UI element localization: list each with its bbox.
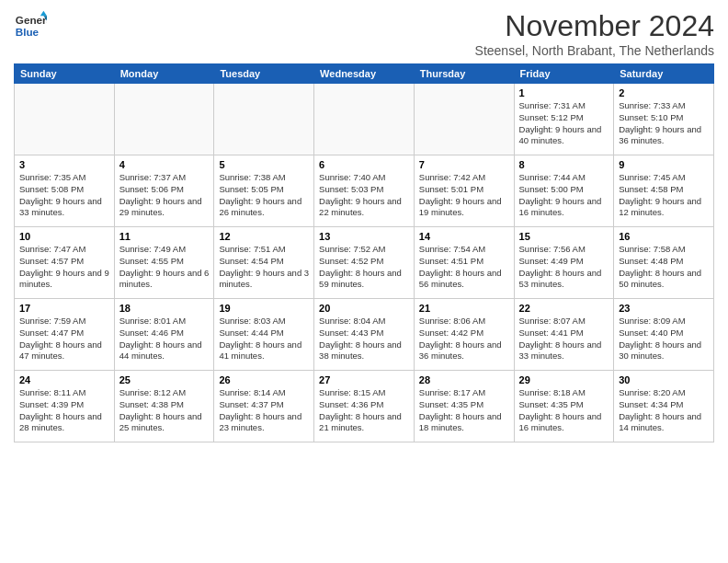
logo: General Blue bbox=[14, 9, 47, 42]
calendar-cell: 26Sunrise: 8:14 AM Sunset: 4:37 PM Dayli… bbox=[214, 371, 314, 442]
day-number: 19 bbox=[219, 303, 309, 314]
day-number: 18 bbox=[119, 303, 210, 314]
calendar-cell: 13Sunrise: 7:52 AM Sunset: 4:52 PM Dayli… bbox=[314, 227, 415, 299]
day-info: Sunrise: 8:18 AM Sunset: 4:35 PM Dayligh… bbox=[519, 387, 609, 434]
logo-icon: General Blue bbox=[14, 9, 47, 42]
calendar-cell: 30Sunrise: 8:20 AM Sunset: 4:34 PM Dayli… bbox=[614, 371, 714, 442]
day-info: Sunrise: 7:52 AM Sunset: 4:52 PM Dayligh… bbox=[319, 244, 409, 291]
day-info: Sunrise: 7:54 AM Sunset: 4:51 PM Dayligh… bbox=[419, 244, 509, 291]
day-info: Sunrise: 7:31 AM Sunset: 5:12 PM Dayligh… bbox=[519, 100, 609, 147]
day-number: 22 bbox=[519, 303, 609, 314]
day-number: 11 bbox=[119, 231, 210, 242]
day-of-week-header: Monday bbox=[114, 64, 214, 84]
day-of-week-header: Tuesday bbox=[214, 64, 314, 84]
calendar-cell: 7Sunrise: 7:42 AM Sunset: 5:01 PM Daylig… bbox=[414, 155, 514, 227]
calendar-cell: 12Sunrise: 7:51 AM Sunset: 4:54 PM Dayli… bbox=[214, 227, 314, 299]
day-info: Sunrise: 7:58 AM Sunset: 4:48 PM Dayligh… bbox=[619, 244, 709, 291]
calendar-cell: 20Sunrise: 8:04 AM Sunset: 4:43 PM Dayli… bbox=[314, 299, 415, 371]
calendar-cell: 18Sunrise: 8:01 AM Sunset: 4:46 PM Dayli… bbox=[114, 299, 214, 371]
day-info: Sunrise: 7:44 AM Sunset: 5:00 PM Dayligh… bbox=[519, 172, 609, 219]
calendar-cell: 5Sunrise: 7:38 AM Sunset: 5:05 PM Daylig… bbox=[214, 155, 314, 227]
calendar-header: SundayMondayTuesdayWednesdayThursdayFrid… bbox=[15, 64, 714, 84]
day-number: 20 bbox=[319, 303, 409, 314]
day-info: Sunrise: 7:51 AM Sunset: 4:54 PM Dayligh… bbox=[219, 244, 309, 291]
calendar-cell: 24Sunrise: 8:11 AM Sunset: 4:39 PM Dayli… bbox=[15, 371, 115, 442]
day-info: Sunrise: 7:45 AM Sunset: 4:58 PM Dayligh… bbox=[619, 172, 709, 219]
day-info: Sunrise: 7:38 AM Sunset: 5:05 PM Dayligh… bbox=[219, 172, 309, 219]
calendar-week-row: 17Sunrise: 7:59 AM Sunset: 4:47 PM Dayli… bbox=[15, 299, 714, 371]
day-info: Sunrise: 7:40 AM Sunset: 5:03 PM Dayligh… bbox=[319, 172, 409, 219]
calendar-cell bbox=[114, 84, 214, 155]
calendar-cell: 21Sunrise: 8:06 AM Sunset: 4:42 PM Dayli… bbox=[414, 299, 514, 371]
day-info: Sunrise: 7:47 AM Sunset: 4:57 PM Dayligh… bbox=[19, 244, 109, 291]
calendar-cell: 25Sunrise: 8:12 AM Sunset: 4:38 PM Dayli… bbox=[114, 371, 214, 442]
day-info: Sunrise: 8:04 AM Sunset: 4:43 PM Dayligh… bbox=[319, 316, 409, 362]
day-of-week-header: Thursday bbox=[414, 64, 514, 84]
calendar-cell: 11Sunrise: 7:49 AM Sunset: 4:55 PM Dayli… bbox=[114, 227, 214, 299]
svg-text:Blue: Blue bbox=[16, 26, 40, 38]
day-number: 29 bbox=[519, 374, 609, 385]
calendar-cell: 23Sunrise: 8:09 AM Sunset: 4:40 PM Dayli… bbox=[614, 299, 714, 371]
calendar-cell: 2Sunrise: 7:33 AM Sunset: 5:10 PM Daylig… bbox=[614, 84, 714, 155]
day-info: Sunrise: 8:09 AM Sunset: 4:40 PM Dayligh… bbox=[619, 316, 709, 362]
day-info: Sunrise: 8:14 AM Sunset: 4:37 PM Dayligh… bbox=[219, 387, 309, 434]
page: General Blue November 2024 Steensel, Nor… bbox=[0, 0, 728, 563]
day-info: Sunrise: 8:20 AM Sunset: 4:34 PM Dayligh… bbox=[619, 387, 709, 434]
day-info: Sunrise: 8:11 AM Sunset: 4:39 PM Dayligh… bbox=[19, 387, 109, 434]
day-number: 23 bbox=[619, 303, 709, 314]
day-info: Sunrise: 7:33 AM Sunset: 5:10 PM Dayligh… bbox=[619, 100, 709, 147]
day-info: Sunrise: 8:01 AM Sunset: 4:46 PM Dayligh… bbox=[119, 316, 210, 362]
day-number: 16 bbox=[619, 231, 709, 242]
calendar-cell: 27Sunrise: 8:15 AM Sunset: 4:36 PM Dayli… bbox=[314, 371, 415, 442]
calendar-cell bbox=[314, 84, 415, 155]
calendar-cell: 17Sunrise: 7:59 AM Sunset: 4:47 PM Dayli… bbox=[15, 299, 115, 371]
day-info: Sunrise: 7:35 AM Sunset: 5:08 PM Dayligh… bbox=[19, 172, 109, 219]
day-number: 6 bbox=[319, 159, 409, 170]
calendar-cell bbox=[214, 84, 314, 155]
day-number: 8 bbox=[519, 159, 609, 170]
calendar-cell: 4Sunrise: 7:37 AM Sunset: 5:06 PM Daylig… bbox=[114, 155, 214, 227]
calendar-cell: 14Sunrise: 7:54 AM Sunset: 4:51 PM Dayli… bbox=[414, 227, 514, 299]
calendar-cell: 1Sunrise: 7:31 AM Sunset: 5:12 PM Daylig… bbox=[514, 84, 614, 155]
day-number: 17 bbox=[19, 303, 109, 314]
day-number: 2 bbox=[619, 87, 709, 98]
location: Steensel, North Brabant, The Netherlands bbox=[475, 43, 714, 58]
calendar-cell: 6Sunrise: 7:40 AM Sunset: 5:03 PM Daylig… bbox=[314, 155, 415, 227]
day-info: Sunrise: 8:07 AM Sunset: 4:41 PM Dayligh… bbox=[519, 316, 609, 362]
calendar-cell: 10Sunrise: 7:47 AM Sunset: 4:57 PM Dayli… bbox=[15, 227, 115, 299]
day-info: Sunrise: 7:59 AM Sunset: 4:47 PM Dayligh… bbox=[19, 316, 109, 362]
day-number: 27 bbox=[319, 374, 409, 385]
day-of-week-header: Sunday bbox=[15, 64, 115, 84]
day-number: 28 bbox=[419, 374, 509, 385]
calendar-cell: 19Sunrise: 8:03 AM Sunset: 4:44 PM Dayli… bbox=[214, 299, 314, 371]
day-info: Sunrise: 7:42 AM Sunset: 5:01 PM Dayligh… bbox=[419, 172, 509, 219]
calendar-cell: 28Sunrise: 8:17 AM Sunset: 4:35 PM Dayli… bbox=[414, 371, 514, 442]
calendar-week-row: 10Sunrise: 7:47 AM Sunset: 4:57 PM Dayli… bbox=[15, 227, 714, 299]
day-number: 26 bbox=[219, 374, 309, 385]
day-number: 24 bbox=[19, 374, 109, 385]
calendar-body: 1Sunrise: 7:31 AM Sunset: 5:12 PM Daylig… bbox=[15, 84, 714, 442]
calendar-cell: 15Sunrise: 7:56 AM Sunset: 4:49 PM Dayli… bbox=[514, 227, 614, 299]
calendar-cell: 8Sunrise: 7:44 AM Sunset: 5:00 PM Daylig… bbox=[514, 155, 614, 227]
day-info: Sunrise: 8:15 AM Sunset: 4:36 PM Dayligh… bbox=[319, 387, 409, 434]
day-number: 3 bbox=[19, 159, 109, 170]
day-number: 1 bbox=[519, 87, 609, 98]
day-number: 13 bbox=[319, 231, 409, 242]
day-number: 9 bbox=[619, 159, 709, 170]
calendar-cell: 9Sunrise: 7:45 AM Sunset: 4:58 PM Daylig… bbox=[614, 155, 714, 227]
calendar-cell: 22Sunrise: 8:07 AM Sunset: 4:41 PM Dayli… bbox=[514, 299, 614, 371]
day-number: 15 bbox=[519, 231, 609, 242]
day-number: 7 bbox=[419, 159, 509, 170]
calendar-week-row: 1Sunrise: 7:31 AM Sunset: 5:12 PM Daylig… bbox=[15, 84, 714, 155]
day-info: Sunrise: 7:49 AM Sunset: 4:55 PM Dayligh… bbox=[119, 244, 210, 291]
calendar-week-row: 24Sunrise: 8:11 AM Sunset: 4:39 PM Dayli… bbox=[15, 371, 714, 442]
day-number: 5 bbox=[219, 159, 309, 170]
day-info: Sunrise: 8:17 AM Sunset: 4:35 PM Dayligh… bbox=[419, 387, 509, 434]
day-number: 14 bbox=[419, 231, 509, 242]
calendar-cell: 16Sunrise: 7:58 AM Sunset: 4:48 PM Dayli… bbox=[614, 227, 714, 299]
day-of-week-header: Saturday bbox=[614, 64, 714, 84]
day-of-week-header: Wednesday bbox=[314, 64, 415, 84]
days-of-week-row: SundayMondayTuesdayWednesdayThursdayFrid… bbox=[15, 64, 714, 84]
calendar-cell: 29Sunrise: 8:18 AM Sunset: 4:35 PM Dayli… bbox=[514, 371, 614, 442]
day-info: Sunrise: 7:37 AM Sunset: 5:06 PM Dayligh… bbox=[119, 172, 210, 219]
